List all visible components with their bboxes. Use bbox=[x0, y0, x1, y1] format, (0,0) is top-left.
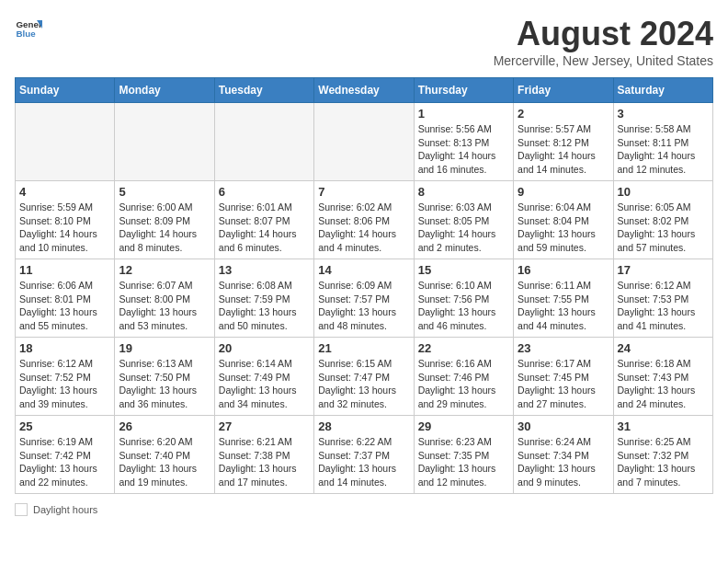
day-number: 15 bbox=[418, 263, 509, 277]
day-number: 30 bbox=[518, 419, 609, 433]
day-number: 19 bbox=[119, 341, 210, 355]
day-number: 22 bbox=[418, 341, 509, 355]
calendar-cell bbox=[115, 103, 214, 181]
logo: General Blue bbox=[15, 15, 42, 42]
day-info: Sunrise: 6:19 AM Sunset: 7:42 PM Dayligh… bbox=[19, 435, 110, 489]
day-info: Sunrise: 6:14 AM Sunset: 7:49 PM Dayligh… bbox=[219, 357, 310, 411]
day-number: 6 bbox=[219, 185, 310, 199]
calendar-day-header: Friday bbox=[514, 78, 613, 103]
calendar-cell: 11Sunrise: 6:06 AM Sunset: 8:01 PM Dayli… bbox=[16, 259, 115, 338]
calendar-cell: 16Sunrise: 6:11 AM Sunset: 7:55 PM Dayli… bbox=[514, 259, 613, 338]
day-number: 9 bbox=[518, 185, 609, 199]
day-number: 31 bbox=[618, 419, 709, 433]
location: Mercerville, New Jersey, United States bbox=[494, 53, 713, 68]
calendar-cell: 20Sunrise: 6:14 AM Sunset: 7:49 PM Dayli… bbox=[214, 338, 313, 416]
day-info: Sunrise: 6:07 AM Sunset: 8:00 PM Dayligh… bbox=[119, 279, 210, 333]
day-info: Sunrise: 6:25 AM Sunset: 7:32 PM Dayligh… bbox=[618, 435, 709, 489]
calendar-cell: 18Sunrise: 6:12 AM Sunset: 7:52 PM Dayli… bbox=[16, 338, 115, 416]
logo-icon: General Blue bbox=[15, 15, 42, 42]
calendar-cell: 19Sunrise: 6:13 AM Sunset: 7:50 PM Dayli… bbox=[115, 338, 214, 416]
day-info: Sunrise: 5:57 AM Sunset: 8:12 PM Dayligh… bbox=[518, 122, 609, 177]
day-info: Sunrise: 6:12 AM Sunset: 7:52 PM Dayligh… bbox=[19, 357, 110, 411]
title-area: August 2024 Mercerville, New Jersey, Uni… bbox=[494, 15, 713, 68]
calendar-cell: 29Sunrise: 6:23 AM Sunset: 7:35 PM Dayli… bbox=[414, 416, 513, 494]
calendar-day-header: Wednesday bbox=[314, 78, 414, 103]
calendar-cell: 2Sunrise: 5:57 AM Sunset: 8:12 PM Daylig… bbox=[514, 103, 613, 181]
day-number: 18 bbox=[19, 341, 110, 355]
day-info: Sunrise: 6:02 AM Sunset: 8:06 PM Dayligh… bbox=[318, 201, 409, 255]
calendar-day-header: Monday bbox=[115, 78, 214, 103]
calendar-cell: 27Sunrise: 6:21 AM Sunset: 7:38 PM Dayli… bbox=[214, 416, 313, 494]
calendar-cell: 3Sunrise: 5:58 AM Sunset: 8:11 PM Daylig… bbox=[613, 103, 712, 181]
day-info: Sunrise: 6:23 AM Sunset: 7:35 PM Dayligh… bbox=[418, 435, 509, 489]
calendar-day-header: Sunday bbox=[16, 78, 115, 103]
calendar-cell: 24Sunrise: 6:18 AM Sunset: 7:43 PM Dayli… bbox=[613, 338, 712, 416]
day-number: 2 bbox=[518, 107, 609, 121]
day-info: Sunrise: 5:58 AM Sunset: 8:11 PM Dayligh… bbox=[618, 122, 709, 177]
day-number: 3 bbox=[618, 107, 709, 121]
day-number: 11 bbox=[19, 263, 110, 277]
day-info: Sunrise: 6:22 AM Sunset: 7:37 PM Dayligh… bbox=[318, 435, 409, 489]
day-info: Sunrise: 6:11 AM Sunset: 7:55 PM Dayligh… bbox=[518, 279, 609, 333]
calendar-day-header: Tuesday bbox=[214, 78, 313, 103]
day-info: Sunrise: 6:10 AM Sunset: 7:56 PM Dayligh… bbox=[418, 279, 509, 333]
calendar-cell: 10Sunrise: 6:05 AM Sunset: 8:02 PM Dayli… bbox=[613, 181, 712, 259]
day-number: 13 bbox=[219, 263, 310, 277]
day-info: Sunrise: 6:08 AM Sunset: 7:59 PM Dayligh… bbox=[219, 279, 310, 333]
day-number: 21 bbox=[318, 341, 409, 355]
calendar-cell: 8Sunrise: 6:03 AM Sunset: 8:05 PM Daylig… bbox=[414, 181, 513, 259]
calendar-week-row: 11Sunrise: 6:06 AM Sunset: 8:01 PM Dayli… bbox=[16, 259, 713, 338]
calendar-table: SundayMondayTuesdayWednesdayThursdayFrid… bbox=[15, 77, 713, 494]
svg-text:Blue: Blue bbox=[17, 29, 37, 39]
calendar-cell: 9Sunrise: 6:04 AM Sunset: 8:04 PM Daylig… bbox=[514, 181, 613, 259]
calendar-cell: 31Sunrise: 6:25 AM Sunset: 7:32 PM Dayli… bbox=[613, 416, 712, 494]
calendar-cell: 6Sunrise: 6:01 AM Sunset: 8:07 PM Daylig… bbox=[214, 181, 313, 259]
day-info: Sunrise: 6:04 AM Sunset: 8:04 PM Dayligh… bbox=[518, 201, 609, 255]
day-number: 27 bbox=[219, 419, 310, 433]
calendar-cell bbox=[214, 103, 313, 181]
calendar-cell: 30Sunrise: 6:24 AM Sunset: 7:34 PM Dayli… bbox=[514, 416, 613, 494]
day-number: 16 bbox=[518, 263, 609, 277]
day-number: 7 bbox=[318, 185, 409, 199]
day-info: Sunrise: 6:12 AM Sunset: 7:53 PM Dayligh… bbox=[618, 279, 709, 333]
calendar-cell: 28Sunrise: 6:22 AM Sunset: 7:37 PM Dayli… bbox=[314, 416, 414, 494]
calendar-day-header: Thursday bbox=[414, 78, 513, 103]
day-info: Sunrise: 6:18 AM Sunset: 7:43 PM Dayligh… bbox=[618, 357, 709, 411]
calendar-cell: 7Sunrise: 6:02 AM Sunset: 8:06 PM Daylig… bbox=[314, 181, 414, 259]
calendar-week-row: 1Sunrise: 5:56 AM Sunset: 8:13 PM Daylig… bbox=[16, 103, 713, 181]
calendar-cell bbox=[314, 103, 414, 181]
calendar-cell: 1Sunrise: 5:56 AM Sunset: 8:13 PM Daylig… bbox=[414, 103, 513, 181]
day-info: Sunrise: 6:24 AM Sunset: 7:34 PM Dayligh… bbox=[518, 435, 609, 489]
calendar-cell: 17Sunrise: 6:12 AM Sunset: 7:53 PM Dayli… bbox=[613, 259, 712, 338]
day-info: Sunrise: 6:05 AM Sunset: 8:02 PM Dayligh… bbox=[618, 201, 709, 255]
calendar-header-row: SundayMondayTuesdayWednesdayThursdayFrid… bbox=[16, 78, 713, 103]
footer: Daylight hours bbox=[15, 503, 713, 516]
day-number: 1 bbox=[418, 107, 509, 121]
calendar-cell: 21Sunrise: 6:15 AM Sunset: 7:47 PM Dayli… bbox=[314, 338, 414, 416]
day-info: Sunrise: 6:03 AM Sunset: 8:05 PM Dayligh… bbox=[418, 201, 509, 255]
calendar-cell: 26Sunrise: 6:20 AM Sunset: 7:40 PM Dayli… bbox=[115, 416, 214, 494]
calendar-cell: 4Sunrise: 5:59 AM Sunset: 8:10 PM Daylig… bbox=[16, 181, 115, 259]
calendar-cell: 5Sunrise: 6:00 AM Sunset: 8:09 PM Daylig… bbox=[115, 181, 214, 259]
day-number: 26 bbox=[119, 419, 210, 433]
day-number: 8 bbox=[418, 185, 509, 199]
calendar-cell: 22Sunrise: 6:16 AM Sunset: 7:46 PM Dayli… bbox=[414, 338, 513, 416]
calendar-cell: 25Sunrise: 6:19 AM Sunset: 7:42 PM Dayli… bbox=[16, 416, 115, 494]
page-header: General Blue August 2024 Mercerville, Ne… bbox=[15, 15, 713, 68]
day-info: Sunrise: 5:59 AM Sunset: 8:10 PM Dayligh… bbox=[19, 201, 110, 255]
day-number: 24 bbox=[618, 341, 709, 355]
day-number: 5 bbox=[119, 185, 210, 199]
day-number: 10 bbox=[618, 185, 709, 199]
day-number: 12 bbox=[119, 263, 210, 277]
calendar-cell: 14Sunrise: 6:09 AM Sunset: 7:57 PM Dayli… bbox=[314, 259, 414, 338]
day-number: 29 bbox=[418, 419, 509, 433]
day-number: 17 bbox=[618, 263, 709, 277]
day-info: Sunrise: 6:16 AM Sunset: 7:46 PM Dayligh… bbox=[418, 357, 509, 411]
day-number: 23 bbox=[518, 341, 609, 355]
calendar-cell: 13Sunrise: 6:08 AM Sunset: 7:59 PM Dayli… bbox=[214, 259, 313, 338]
daylight-label: Daylight hours bbox=[33, 504, 97, 515]
month-title: August 2024 bbox=[494, 15, 713, 53]
daylight-box bbox=[15, 503, 28, 516]
day-info: Sunrise: 6:20 AM Sunset: 7:40 PM Dayligh… bbox=[119, 435, 210, 489]
calendar-day-header: Saturday bbox=[613, 78, 712, 103]
